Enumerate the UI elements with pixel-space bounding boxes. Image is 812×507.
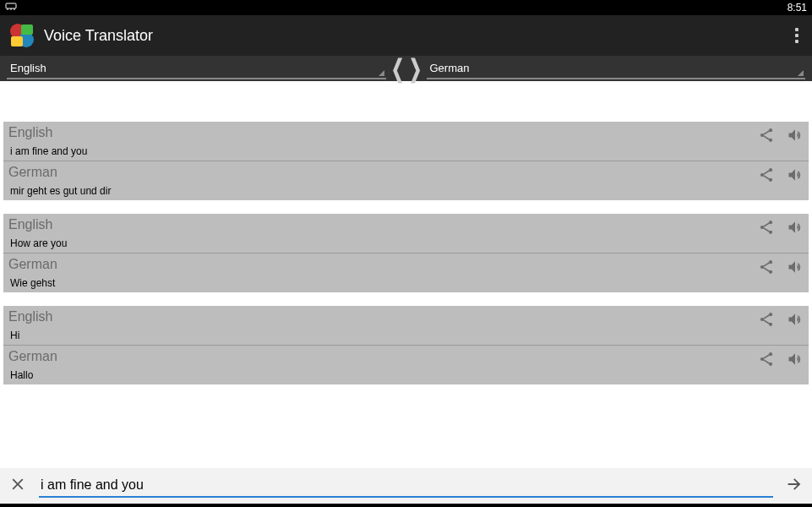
translation-pair: EnglishHow are youGermanWie gehst bbox=[3, 214, 809, 292]
row-language-label: German bbox=[8, 349, 804, 364]
chevron-right-icon: ❯ bbox=[409, 53, 422, 83]
clear-input-button[interactable] bbox=[8, 475, 27, 498]
share-icon[interactable] bbox=[758, 351, 775, 371]
row-text: Hi bbox=[8, 324, 804, 343]
svg-rect-0 bbox=[6, 3, 16, 8]
source-language-dropdown[interactable]: English bbox=[7, 57, 386, 79]
row-text: How are you bbox=[8, 232, 804, 251]
translation-list[interactable]: Englishi am fine and youGermanmir geht e… bbox=[0, 81, 812, 468]
row-text: Wie gehst bbox=[8, 272, 804, 291]
row-text: mir geht es gut und dir bbox=[8, 180, 804, 199]
clock: 8:51 bbox=[787, 2, 807, 14]
translation-row[interactable]: Germanmir geht es gut und dir bbox=[3, 161, 809, 200]
input-bar bbox=[0, 468, 812, 504]
translation-row[interactable]: Englishi am fine and you bbox=[3, 122, 809, 161]
row-text: Hallo bbox=[8, 364, 804, 383]
share-icon[interactable] bbox=[758, 259, 775, 279]
speaker-icon[interactable] bbox=[787, 351, 804, 371]
speaker-icon[interactable] bbox=[787, 259, 804, 279]
overflow-menu-button[interactable] bbox=[788, 21, 805, 50]
app-title: Voice Translator bbox=[44, 27, 788, 45]
language-selector-row: English ❮ ❯ German bbox=[0, 56, 812, 81]
svg-rect-7 bbox=[11, 36, 23, 46]
translation-pair: Englishi am fine and youGermanmir geht e… bbox=[3, 122, 809, 200]
row-text: i am fine and you bbox=[8, 140, 804, 159]
row-language-label: English bbox=[8, 309, 804, 324]
share-icon[interactable] bbox=[758, 166, 775, 187]
row-language-label: German bbox=[8, 257, 804, 272]
debug-icon bbox=[5, 2, 17, 14]
target-language-dropdown[interactable]: German bbox=[427, 57, 806, 79]
row-language-label: German bbox=[8, 165, 804, 180]
source-language-label: English bbox=[10, 62, 46, 74]
share-icon[interactable] bbox=[758, 311, 775, 331]
svg-rect-6 bbox=[21, 25, 33, 35]
speaker-icon[interactable] bbox=[787, 311, 804, 331]
status-bar: 8:51 bbox=[0, 0, 812, 15]
row-language-label: English bbox=[8, 125, 804, 140]
share-icon[interactable] bbox=[758, 219, 775, 239]
translation-pair: EnglishHiGermanHallo bbox=[3, 306, 809, 384]
share-icon[interactable] bbox=[758, 127, 775, 147]
system-nav-bar bbox=[0, 504, 812, 507]
translation-row[interactable]: GermanHallo bbox=[3, 346, 809, 384]
speaker-icon[interactable] bbox=[787, 166, 804, 187]
text-input[interactable] bbox=[39, 474, 773, 498]
translation-row[interactable]: EnglishHow are you bbox=[3, 214, 809, 254]
translation-row[interactable]: GermanWie gehst bbox=[3, 254, 809, 292]
row-language-label: English bbox=[8, 217, 804, 232]
app-bar: Voice Translator bbox=[0, 15, 812, 56]
submit-button[interactable] bbox=[785, 475, 804, 497]
translation-row[interactable]: EnglishHi bbox=[3, 306, 809, 346]
chevron-left-icon: ❮ bbox=[391, 53, 404, 83]
target-language-label: German bbox=[430, 62, 470, 74]
app-icon bbox=[7, 20, 37, 51]
speaker-icon[interactable] bbox=[787, 219, 804, 239]
swap-languages-button[interactable]: ❮ ❯ bbox=[390, 56, 423, 81]
speaker-icon[interactable] bbox=[787, 127, 804, 147]
